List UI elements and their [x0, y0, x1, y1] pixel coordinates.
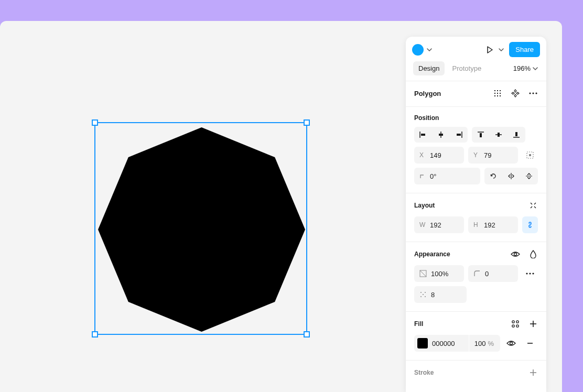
svg-rect-5 [497, 93, 498, 94]
svg-point-10 [529, 92, 531, 94]
rotate-90-icon[interactable] [484, 168, 502, 184]
create-component-icon[interactable] [511, 89, 520, 98]
svg-point-12 [535, 92, 537, 94]
svg-point-38 [423, 294, 424, 295]
svg-rect-7 [494, 95, 495, 96]
align-left[interactable] [414, 127, 432, 143]
svg-point-45 [510, 342, 513, 345]
fill-section: Fill 000000 100 % [406, 311, 546, 360]
align-vertical-group [472, 127, 525, 143]
svg-marker-0 [98, 127, 305, 332]
resize-handle-tr[interactable] [304, 119, 310, 126]
resize-handle-bl[interactable] [92, 331, 98, 337]
svg-point-34 [420, 292, 422, 293]
constrain-proportions-icon[interactable] [522, 216, 538, 233]
svg-rect-2 [497, 90, 498, 91]
fill-label: Fill [414, 320, 423, 328]
tab-design[interactable]: Design [413, 61, 445, 75]
rotation-input[interactable]: 0° [414, 168, 480, 184]
tab-prototype[interactable]: Prototype [447, 61, 487, 75]
align-top[interactable] [472, 127, 490, 143]
position-x-input[interactable]: X 149 [414, 147, 464, 164]
stroke-section: Stroke [406, 360, 546, 392]
svg-point-32 [529, 273, 531, 274]
svg-rect-14 [421, 134, 425, 136]
svg-point-31 [526, 273, 527, 274]
svg-rect-20 [480, 133, 482, 137]
align-right[interactable] [450, 127, 468, 143]
svg-rect-26 [529, 154, 531, 156]
collapse-icon[interactable] [528, 201, 538, 210]
flip-vertical-icon[interactable] [520, 168, 538, 184]
svg-rect-6 [500, 93, 501, 94]
position-section: Position X 149 Y [406, 106, 546, 193]
svg-point-37 [425, 296, 426, 297]
properties-panel: Share Design Prototype 196% Polygon [406, 37, 546, 392]
svg-rect-16 [439, 134, 443, 136]
polygon-count-input[interactable]: 8 [414, 286, 467, 303]
svg-point-33 [532, 273, 534, 274]
present-button[interactable] [485, 45, 494, 55]
svg-point-36 [420, 296, 422, 297]
resize-handle-tl[interactable] [92, 119, 98, 126]
workspace-avatar[interactable] [412, 44, 424, 56]
align-horizontal-group [414, 127, 468, 143]
svg-rect-18 [457, 134, 461, 136]
polygon-shape[interactable] [98, 127, 305, 332]
svg-rect-24 [515, 132, 517, 136]
svg-rect-9 [500, 95, 501, 96]
layout-label: Layout [414, 202, 435, 209]
panel-tabs: Design Prototype 196% [406, 61, 546, 81]
share-button[interactable]: Share [509, 42, 540, 57]
flip-horizontal-icon[interactable] [502, 168, 520, 184]
appearance-more-icon[interactable] [522, 265, 538, 282]
svg-point-35 [425, 292, 426, 293]
fill-swatch[interactable] [417, 338, 428, 349]
absolute-position-icon[interactable] [522, 147, 538, 164]
more-options-icon[interactable] [528, 89, 538, 98]
object-name: Polygon [414, 90, 441, 97]
blend-mode-icon[interactable] [528, 249, 538, 259]
fill-styles-icon[interactable] [511, 319, 520, 329]
selection-box[interactable] [94, 122, 307, 335]
svg-point-39 [512, 321, 514, 323]
align-v-center[interactable] [490, 127, 508, 143]
svg-rect-3 [500, 90, 501, 91]
fill-visibility-icon[interactable] [503, 335, 519, 352]
zoom-control[interactable]: 196% [513, 64, 539, 72]
svg-point-29 [514, 253, 517, 256]
width-input[interactable]: W 192 [414, 216, 464, 233]
svg-point-41 [512, 325, 514, 327]
appearance-label: Appearance [414, 251, 450, 258]
object-section: Polygon [406, 81, 546, 106]
height-input[interactable]: H 192 [468, 216, 518, 233]
present-chevron[interactable] [499, 47, 504, 52]
add-fill-icon[interactable] [528, 319, 538, 329]
svg-rect-22 [498, 133, 500, 137]
panel-topbar: Share [406, 37, 546, 61]
stroke-label: Stroke [414, 369, 434, 376]
svg-rect-8 [497, 95, 498, 96]
fill-hex-value[interactable]: 000000 [432, 340, 465, 347]
workspace-chevron[interactable] [427, 47, 432, 52]
svg-rect-1 [494, 90, 495, 91]
add-stroke-icon[interactable] [528, 368, 538, 377]
appearance-section: Appearance 100% [406, 242, 546, 311]
transform-group [484, 168, 538, 184]
opacity-input[interactable]: 100% [414, 265, 464, 282]
align-bottom[interactable] [508, 127, 525, 143]
corner-radius-input[interactable]: 0 [468, 265, 518, 282]
svg-point-40 [516, 321, 519, 323]
align-h-center[interactable] [432, 127, 450, 143]
position-y-input[interactable]: Y 79 [468, 147, 518, 164]
fill-opacity-value[interactable]: 100 [474, 340, 486, 347]
remove-fill-icon[interactable] [522, 335, 538, 352]
visibility-icon[interactable] [511, 249, 520, 259]
fill-color-row[interactable]: 000000 100 % [414, 335, 500, 352]
resize-handle-br[interactable] [304, 331, 310, 337]
position-label: Position [414, 114, 538, 122]
svg-point-42 [516, 325, 519, 327]
component-options-icon[interactable] [493, 89, 502, 98]
layout-section: Layout W 192 H 192 [406, 193, 546, 242]
svg-point-11 [532, 92, 534, 94]
